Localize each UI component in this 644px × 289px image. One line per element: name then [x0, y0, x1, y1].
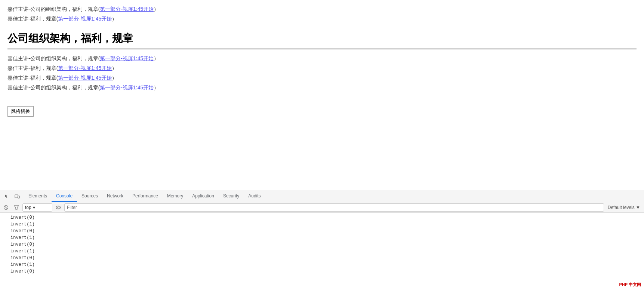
clear-console-icon[interactable] — [1, 203, 10, 212]
link-line: 嘉佳主讲-公司的组织架构，福利，规章(第一部分-视屏1:45开始） — [7, 84, 637, 91]
console-line: invert(1) — [3, 221, 641, 221]
svg-point-6 — [58, 207, 59, 208]
devtools-tab-audits[interactable]: Audits — [244, 190, 265, 202]
main-link-lines: 嘉佳主讲-公司的组织架构，福利，规章(第一部分-视屏1:45开始）嘉佳主讲-福利… — [7, 55, 637, 91]
devtools-tab-network[interactable]: Network — [102, 190, 128, 202]
devtools-panel: ElementsConsoleSourcesNetworkPerformance… — [0, 190, 644, 221]
context-selector[interactable]: top ▾ — [22, 203, 52, 212]
link[interactable]: 第一部分-视屏1:45开始 — [58, 65, 112, 71]
eye-icon[interactable] — [54, 203, 63, 212]
filter-input[interactable] — [64, 203, 604, 212]
link-line: 嘉佳主讲-福利，规章(第一部分-视屏1:45开始） — [7, 65, 637, 72]
devtools-tab-performance[interactable]: Performance — [128, 190, 163, 202]
devtools-tab-security[interactable]: Security — [219, 190, 244, 202]
devtools-tab-sources[interactable]: Sources — [77, 190, 102, 202]
devtools-topbar: ElementsConsoleSourcesNetworkPerformance… — [0, 190, 644, 202]
devtools-tab-memory[interactable]: Memory — [163, 190, 188, 202]
default-levels-dropdown[interactable]: Default levels ▼ — [606, 205, 643, 210]
link-line: 嘉佳主讲-公司的组织架构，福利，规章(第一部分-视屏1:45开始） — [7, 6, 637, 13]
default-levels-label: Default levels ▼ — [608, 205, 640, 210]
page-heading: 公司组织架构，福利，规章 — [7, 31, 637, 46]
device-toolbar-icon[interactable] — [12, 191, 22, 202]
devtools-tab-elements[interactable]: Elements — [24, 190, 52, 202]
link[interactable]: 第一部分-视屏1:45开始 — [100, 6, 154, 12]
context-dropdown-icon: ▾ — [33, 205, 35, 210]
devtools-toolbar: top ▾ Default levels ▼ — [0, 202, 644, 213]
svg-line-3 — [4, 206, 7, 209]
link[interactable]: 第一部分-视屏1:45开始 — [100, 55, 154, 61]
link-line: 嘉佳主讲-公司的组织架构，福利，规章(第一部分-视屏1:45开始） — [7, 55, 637, 62]
svg-point-5 — [56, 206, 61, 209]
link[interactable]: 第一部分-视屏1:45开始 — [58, 16, 112, 22]
top-link-lines: 嘉佳主讲-公司的组织架构，福利，规章(第一部分-视屏1:45开始）嘉佳主讲-福利… — [7, 6, 637, 22]
devtools-tabs: ElementsConsoleSourcesNetworkPerformance… — [24, 190, 265, 202]
context-value: top — [25, 205, 31, 210]
page-content: 嘉佳主讲-公司的组织架构，福利，规章(第一部分-视屏1:45开始）嘉佳主讲-福利… — [0, 0, 644, 221]
svg-rect-0 — [15, 195, 18, 198]
filter-icon[interactable] — [12, 203, 21, 212]
style-switch-button[interactable]: 风格切换 — [7, 106, 34, 117]
link[interactable]: 第一部分-视屏1:45开始 — [58, 75, 112, 81]
link-line: 嘉佳主讲-福利，规章(第一部分-视屏1:45开始） — [7, 16, 637, 22]
devtools-tab-application[interactable]: Application — [188, 190, 219, 202]
svg-rect-1 — [18, 196, 19, 198]
console-line: invert(0) — [3, 214, 641, 221]
devtools-tab-console[interactable]: Console — [52, 190, 77, 202]
page-divider — [7, 49, 637, 49]
link[interactable]: 第一部分-视屏1:45开始 — [100, 84, 154, 90]
console-output: invert(0)invert(1)invert(0)invert(1)inve… — [0, 213, 644, 221]
inspect-element-icon[interactable] — [1, 191, 12, 202]
svg-marker-4 — [14, 206, 19, 209]
link-line: 嘉佳主讲-福利，规章(第一部分-视屏1:45开始） — [7, 75, 637, 82]
